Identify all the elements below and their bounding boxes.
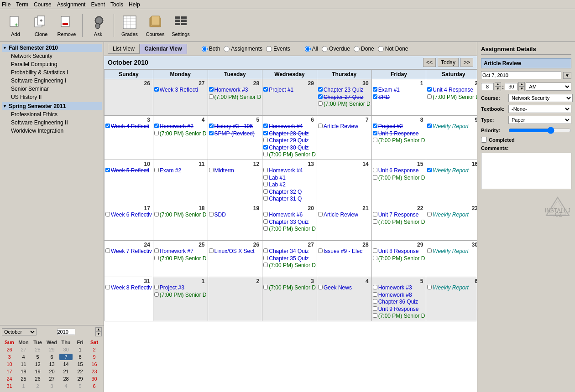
add-button[interactable]: + Add — [4, 13, 27, 38]
cal-item-checkbox[interactable] — [154, 87, 159, 92]
cal-item-checkbox[interactable] — [263, 131, 268, 135]
filter-events-label[interactable]: Events — [266, 46, 290, 52]
cal-item-checkbox[interactable] — [373, 219, 377, 224]
menu-file[interactable]: File — [2, 1, 10, 8]
cal-item-checkbox[interactable] — [154, 168, 159, 172]
cal-item-checkbox[interactable] — [373, 306, 377, 311]
mini-cal-day[interactable]: 4 — [17, 354, 30, 360]
cal-item-checkbox[interactable] — [209, 94, 214, 99]
cal-item-checkbox[interactable] — [427, 94, 432, 99]
cal-item-checkbox[interactable] — [427, 168, 432, 172]
mini-cal-day[interactable]: 17 — [3, 368, 16, 375]
cal-item-checkbox[interactable] — [263, 182, 268, 186]
cal-item-checkbox[interactable] — [373, 299, 377, 304]
completed-checkbox[interactable] — [481, 137, 487, 143]
cal-item-checkbox[interactable] — [154, 292, 159, 297]
mini-cal-day[interactable]: 31 — [3, 383, 16, 389]
mini-cal-day[interactable]: 16 — [88, 361, 101, 367]
mini-cal-day[interactable]: 1 — [17, 383, 30, 389]
cal-item-checkbox[interactable] — [263, 189, 268, 194]
cal-item-checkbox[interactable] — [263, 263, 268, 267]
comments-input[interactable] — [481, 153, 571, 189]
mini-cal-day[interactable]: 7 — [59, 354, 73, 360]
cal-item-checkbox[interactable] — [263, 226, 268, 231]
mini-cal-day[interactable]: 8 — [73, 354, 87, 360]
mini-cal-day[interactable]: 30 — [88, 376, 101, 382]
cal-item-checkbox[interactable] — [263, 152, 268, 156]
settings-button[interactable]: Settings — [169, 13, 193, 38]
cal-item-checkbox[interactable] — [373, 131, 377, 135]
cal-item-checkbox[interactable] — [318, 101, 323, 106]
mini-cal-day[interactable]: 24 — [3, 376, 16, 382]
mini-cal-day[interactable]: 10 — [3, 361, 16, 367]
mini-cal-day[interactable]: 15 — [73, 361, 87, 367]
course-item-0-5[interactable]: US History II — [2, 93, 102, 101]
cal-item-checkbox[interactable] — [263, 138, 268, 142]
course-item-1-0[interactable]: Professional Ethics — [2, 110, 102, 119]
cal-item-checkbox[interactable] — [373, 175, 377, 180]
cal-item-checkbox[interactable] — [154, 285, 159, 289]
course-item-0-3[interactable]: Software Engineering I — [2, 77, 102, 85]
status-done-label[interactable]: Done — [354, 46, 374, 52]
cal-item-checkbox[interactable] — [318, 124, 323, 128]
mini-cal-day[interactable]: 3 — [3, 354, 16, 360]
cal-item-checkbox[interactable] — [373, 256, 377, 260]
cal-item-checkbox[interactable] — [154, 256, 159, 260]
mini-cal-day[interactable]: 9 — [88, 354, 101, 360]
cal-item-checkbox[interactable] — [263, 248, 268, 253]
filter-assignments-label[interactable]: Assignments — [224, 46, 262, 52]
cal-item-checkbox[interactable] — [427, 248, 432, 253]
cal-item-checkbox[interactable] — [263, 285, 268, 289]
cal-item-checkbox[interactable] — [373, 292, 377, 297]
status-overdue-label[interactable]: Overdue — [322, 46, 350, 52]
date-picker-button[interactable]: ▼ — [563, 72, 571, 79]
mini-cal-year-input[interactable] — [57, 329, 75, 335]
cal-today-button[interactable]: Today — [438, 58, 459, 67]
cal-item-checkbox[interactable] — [373, 212, 377, 217]
cal-item-checkbox[interactable] — [427, 212, 432, 217]
mini-cal-day[interactable]: 18 — [17, 368, 30, 375]
course-item-0-4[interactable]: Senior Seminar — [2, 85, 102, 93]
cal-item-checkbox[interactable] — [105, 248, 110, 253]
mini-cal-day[interactable]: 6 — [45, 354, 58, 360]
course-item-1-1[interactable]: Software Engineering II — [2, 119, 102, 127]
cal-prev-button[interactable]: << — [423, 58, 436, 67]
cal-item-checkbox[interactable] — [263, 212, 268, 217]
cal-item-checkbox[interactable] — [154, 131, 159, 135]
menu-event[interactable]: Event — [91, 1, 105, 8]
mini-cal-day[interactable]: 1 — [73, 346, 87, 353]
mini-cal-day[interactable]: 12 — [31, 361, 44, 367]
cal-item-checkbox[interactable] — [373, 87, 377, 92]
course-item-0-1[interactable]: Parallel Computing — [2, 60, 102, 68]
cal-item-checkbox[interactable] — [318, 285, 323, 289]
cal-item-checkbox[interactable] — [105, 168, 110, 172]
cal-item-checkbox[interactable] — [263, 145, 268, 150]
cal-item-checkbox[interactable] — [373, 248, 377, 253]
cal-item-checkbox[interactable] — [373, 138, 377, 142]
clone-button[interactable]: Clone — [29, 13, 53, 38]
cal-item-checkbox[interactable] — [318, 94, 323, 99]
hour-down[interactable]: ▼ — [495, 87, 501, 91]
mini-cal-day[interactable]: 2 — [88, 346, 101, 353]
menu-course[interactable]: Course — [34, 1, 52, 8]
cal-item-checkbox[interactable] — [427, 124, 432, 128]
cal-item-checkbox[interactable] — [263, 256, 268, 260]
textbook-select[interactable]: -None- — [508, 105, 571, 113]
type-select[interactable]: Paper Quiz Homework Project Exam — [508, 116, 571, 124]
mini-cal-day[interactable]: 14 — [59, 361, 73, 367]
status-overdue-radio[interactable] — [322, 46, 328, 52]
mini-cal-day[interactable]: 23 — [88, 368, 101, 375]
cal-item-checkbox[interactable] — [209, 168, 214, 172]
cal-item-checkbox[interactable] — [209, 212, 214, 217]
remove-button[interactable]: Remove — [55, 13, 78, 38]
cal-item-checkbox[interactable] — [105, 212, 110, 217]
menu-help[interactable]: Help — [129, 1, 140, 8]
cal-item-checkbox[interactable] — [263, 175, 268, 180]
cal-item-checkbox[interactable] — [105, 124, 110, 128]
mini-cal-day[interactable]: 13 — [45, 361, 58, 367]
cal-item-checkbox[interactable] — [318, 248, 323, 253]
cal-next-button[interactable]: >> — [460, 58, 473, 67]
grades-button[interactable]: Grades — [118, 13, 141, 38]
mini-cal-day[interactable]: 27 — [45, 376, 58, 382]
cal-item-checkbox[interactable] — [373, 285, 377, 289]
